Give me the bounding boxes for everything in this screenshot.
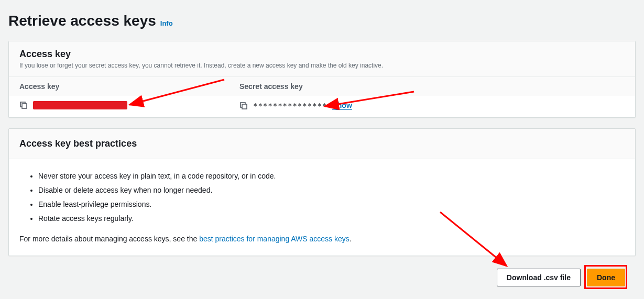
button-row: Download .csv file Done [8,267,636,293]
list-item: Never store your access key in plain tex… [38,171,625,182]
access-key-cell [9,96,229,117]
list-item: Rotate access keys regularly. [38,213,625,224]
more-details-prefix: For more details about managing access k… [19,235,199,243]
copy-icon[interactable] [19,101,28,109]
best-practices-list: Never store your access key in plain tex… [19,171,625,224]
svg-rect-1 [22,104,27,108]
copy-icon[interactable] [239,102,248,110]
access-key-panel-title: Access key [19,49,625,60]
done-button[interactable]: Done [587,269,625,286]
more-details-text: For more details about managing access k… [19,235,625,243]
access-key-panel-header: Access key If you lose or forget your se… [9,41,635,77]
secret-masked-value: *************** [253,102,327,110]
show-secret-link[interactable]: Show [332,101,352,110]
column-header-secret-access-key: Secret access key [229,77,635,96]
list-item: Disable or delete access key when no lon… [38,185,625,196]
download-csv-button[interactable]: Download .csv file [497,269,581,286]
svg-rect-3 [242,104,247,109]
best-practices-title: Access key best practices [19,138,625,149]
page-title: Retrieve access keys [8,13,156,29]
column-header-access-key: Access key [9,77,229,96]
access-key-panel: Access key If you lose or forget your se… [8,41,636,118]
best-practices-header: Access key best practices [9,129,635,159]
best-practices-body: Never store your access key in plain tex… [9,159,635,256]
page-header: Retrieve access keys Info [8,13,636,29]
info-link[interactable]: Info [160,19,173,27]
list-item: Enable least-privilege permissions. [38,199,625,210]
more-details-suffix: . [350,235,352,243]
access-key-panel-description: If you lose or forget your secret access… [19,62,625,69]
access-key-table: Access key Secret access key [9,77,635,117]
secret-access-key-cell: *************** Show [229,96,635,117]
best-practices-panel: Access key best practices Never store yo… [8,128,636,256]
access-key-value-redacted [33,101,127,109]
best-practices-link[interactable]: best practices for managing AWS access k… [199,235,350,243]
